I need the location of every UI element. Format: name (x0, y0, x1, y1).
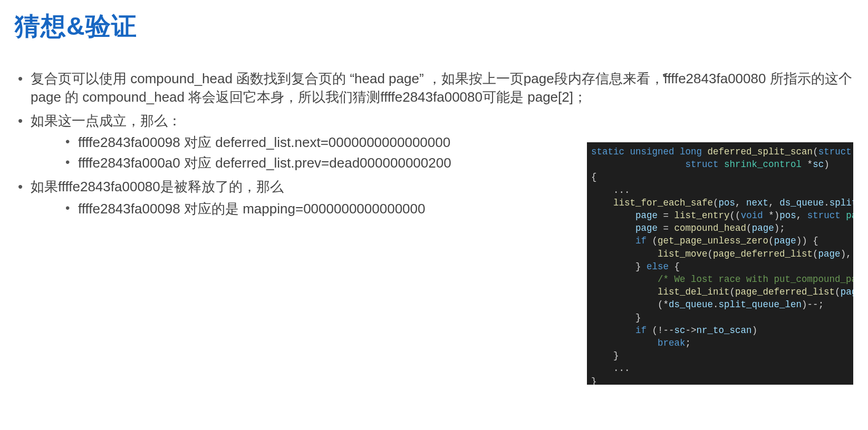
code-comment: /* We lost race with put_compound_page()… (658, 274, 853, 285)
code-keyword: if (635, 325, 647, 336)
code-keyword: long (680, 146, 702, 157)
code-var: page (635, 223, 658, 233)
code-member: split_queue (830, 198, 853, 208)
code-var: next (746, 198, 768, 208)
code-function: list_entry (674, 210, 730, 221)
slide: 猜想&验证 ↖ 复合页可以使用 compound_head 函数找到复合页的 “… (0, 0, 868, 430)
code-function: list_move (658, 249, 708, 259)
bullet-text: 复合页可以使用 compound_head 函数找到复合页的 “head pag… (31, 71, 852, 105)
code-keyword: struct (807, 210, 841, 221)
code-param: sc (813, 159, 824, 170)
code-snippet: static unsigned long deferred_split_scan… (587, 142, 853, 385)
code-function: page_deferred_list (735, 287, 835, 297)
code-keyword: struct (818, 146, 852, 157)
code-var: ds_queue (669, 299, 713, 310)
code-keyword: else (647, 261, 669, 272)
code-var: page (635, 210, 658, 221)
code-var: page (841, 287, 853, 297)
code-function: deferred_split_scan (708, 146, 813, 157)
code-function: list_del_init (658, 287, 730, 297)
bullet-text: 如果ffffe2843fa00080是被释放了的，那么 (31, 179, 284, 194)
code-function: page_deferred_list (713, 249, 813, 259)
code-var: sc (674, 325, 686, 336)
bullet-item: 复合页可以使用 compound_head 函数找到复合页的 “head pag… (15, 70, 853, 106)
slide-title: 猜想&验证 (15, 9, 853, 43)
code-ellipsis: ... (613, 363, 630, 374)
code-ellipsis: ... (613, 185, 630, 196)
code-type: shrink_control (724, 159, 802, 170)
code-keyword: break (658, 338, 686, 348)
code-keyword: unsigned (630, 146, 674, 157)
code-var: page (818, 249, 841, 259)
code-type: page (846, 210, 853, 221)
code-keyword: if (635, 236, 647, 246)
code-member: split_queue_len (719, 299, 802, 310)
code-keyword: struct (686, 159, 719, 170)
code-function: get_page_unless_zero (658, 236, 768, 246)
code-var: pos (779, 210, 796, 221)
sub-bullet-text: ffffe2843fa000a0 对应 deferred_list.prev=d… (78, 155, 451, 171)
sub-bullet-text: ffffe2843fa00098 对应 deferred_list.next=0… (78, 134, 450, 150)
code-keyword: static (591, 146, 624, 157)
code-keyword: void (741, 210, 763, 221)
sub-bullet-text: ffffe2843fa00098 对应的是 mapping=0000000000… (78, 201, 426, 217)
code-function: compound_head (674, 223, 747, 233)
code-var: page (752, 223, 774, 233)
code-var: ds_queue (779, 198, 824, 208)
code-member: nr_to_scan (697, 325, 752, 336)
code-var: pos (719, 198, 736, 208)
bullet-text: 如果这一点成立，那么： (31, 113, 181, 129)
code-function: list_for_each_safe (613, 198, 713, 208)
code-var: page (774, 236, 796, 246)
